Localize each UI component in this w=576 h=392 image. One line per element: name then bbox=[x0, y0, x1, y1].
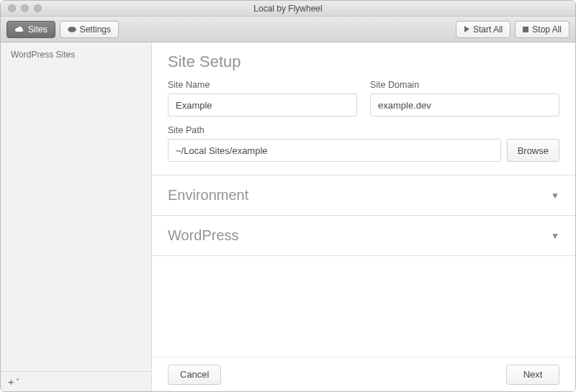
stop-icon bbox=[523, 27, 528, 32]
site-domain-input[interactable] bbox=[370, 94, 559, 117]
play-icon bbox=[464, 26, 469, 32]
sites-tab[interactable]: Sites bbox=[6, 21, 55, 38]
site-domain-label: Site Domain bbox=[370, 80, 559, 90]
sidebar: WordPress Sites + ˅ bbox=[1, 42, 152, 391]
sidebar-header: WordPress Sites bbox=[1, 42, 151, 65]
accordion-environment-label: Environment bbox=[168, 187, 551, 204]
site-path-label: Site Path bbox=[168, 125, 559, 135]
stop-all-label: Stop All bbox=[532, 24, 562, 35]
chevron-down-icon: ˅ bbox=[16, 378, 19, 386]
zoom-icon[interactable] bbox=[34, 4, 42, 12]
site-path-input[interactable] bbox=[168, 139, 501, 162]
chevron-down-icon: ▼ bbox=[551, 191, 559, 201]
next-button[interactable]: Next bbox=[506, 365, 559, 385]
browse-button[interactable]: Browse bbox=[507, 139, 559, 162]
minimize-icon[interactable] bbox=[21, 4, 29, 12]
accordion-wordpress-label: WordPress bbox=[168, 227, 551, 244]
site-name-input[interactable] bbox=[168, 94, 357, 117]
accordion-environment[interactable]: Environment ▼ bbox=[152, 176, 575, 216]
svg-rect-0 bbox=[523, 27, 528, 32]
accordion-wordpress[interactable]: WordPress ▼ bbox=[152, 216, 575, 256]
main-pane: Site Setup Site Name Site Domain Site Pa… bbox=[152, 42, 575, 391]
settings-tab-label: Settings bbox=[80, 24, 111, 35]
close-icon[interactable] bbox=[8, 4, 16, 12]
start-all-label: Start All bbox=[473, 24, 503, 35]
app-window: Local by Flywheel Sites Settings Start A… bbox=[0, 0, 576, 392]
site-name-label: Site Name bbox=[168, 80, 357, 90]
cloud-icon bbox=[14, 26, 24, 33]
gear-icon bbox=[68, 25, 76, 34]
footer: Cancel Next bbox=[152, 357, 575, 391]
titlebar: Local by Flywheel bbox=[1, 1, 575, 17]
chevron-down-icon: ▼ bbox=[551, 231, 559, 241]
site-setup-panel: Site Setup Site Name Site Domain Site Pa… bbox=[152, 42, 575, 176]
toolbar: Sites Settings Start All Stop All bbox=[1, 17, 575, 42]
window-title: Local by Flywheel bbox=[1, 4, 575, 14]
start-all-button[interactable]: Start All bbox=[456, 21, 510, 38]
cancel-button[interactable]: Cancel bbox=[168, 365, 221, 385]
sites-tab-label: Sites bbox=[28, 24, 48, 35]
settings-tab[interactable]: Settings bbox=[60, 21, 119, 38]
stop-all-button[interactable]: Stop All bbox=[515, 21, 570, 38]
panel-title: Site Setup bbox=[168, 53, 559, 71]
plus-icon: + bbox=[8, 375, 14, 388]
content-area: WordPress Sites + ˅ Site Setup Site Name… bbox=[1, 42, 575, 391]
traffic-lights bbox=[1, 4, 42, 12]
add-site-button[interactable]: + ˅ bbox=[1, 371, 151, 391]
